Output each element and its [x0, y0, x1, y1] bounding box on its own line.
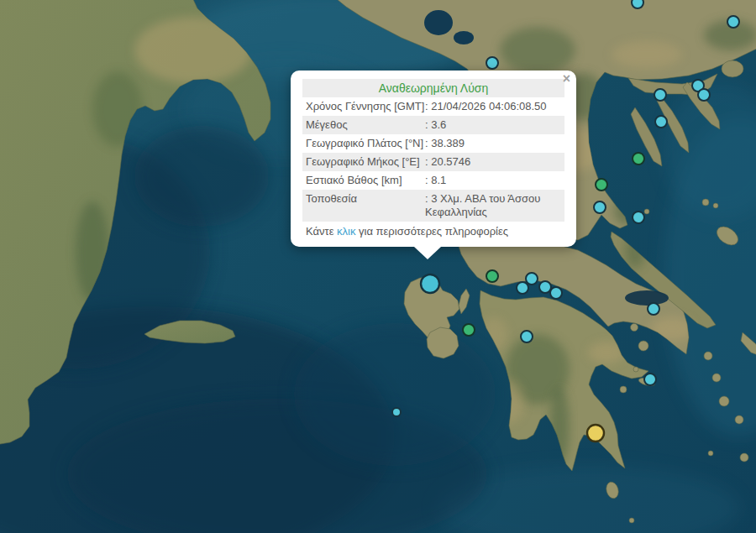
- earthquake-marker[interactable]: [550, 287, 562, 299]
- earthquake-marker[interactable]: [633, 212, 644, 223]
- earthquake-marker[interactable]: [421, 274, 439, 293]
- close-icon[interactable]: ×: [563, 72, 570, 86]
- row-value: : 38.389: [425, 137, 559, 150]
- earthquake-marker[interactable]: [655, 116, 667, 128]
- popup-row: Χρόνος Γέννησης [GMT]: 21/04/2026 04:06:…: [302, 97, 564, 116]
- earthquake-marker[interactable]: [486, 270, 498, 282]
- popup-row: Τοποθεσία: 3 Χλμ. ΑΒΑ του Άσσου Κεφαλλην…: [302, 190, 564, 222]
- row-value: : 8.1: [425, 174, 559, 187]
- popup-title: Αναθεωρημένη Λύση: [302, 79, 564, 97]
- earthquake-marker[interactable]: [392, 408, 401, 416]
- popup-row: Γεωγραφικό Πλάτος [°N]: 38.389: [302, 134, 564, 153]
- footer-text-prefix: Κάντε: [306, 225, 337, 238]
- popup-tail: [414, 247, 441, 259]
- earthquake-marker[interactable]: [539, 281, 551, 293]
- popup-rows: Χρόνος Γέννησης [GMT]: 21/04/2026 04:06:…: [302, 97, 564, 222]
- row-label: Μέγεθος: [306, 118, 425, 132]
- row-value: : 3 Χλμ. ΑΒΑ του Άσσου Κεφαλληνίας: [425, 192, 559, 219]
- earthquake-marker[interactable]: [633, 153, 644, 165]
- earthquake-marker[interactable]: [727, 16, 739, 28]
- row-value: : 3.6: [425, 118, 559, 132]
- row-label: Χρόνος Γέννησης [GMT]: [306, 100, 425, 113]
- earthquake-popup: × Αναθεωρημένη Λύση Χρόνος Γέννησης [GMT…: [291, 71, 576, 247]
- row-value: : 20.5746: [425, 155, 559, 169]
- row-value: : 21/04/2026 04:06:08.50: [425, 100, 559, 113]
- popup-row: Εστιακό Βάθος [km]: 8.1: [302, 171, 564, 190]
- earthquake-marker[interactable]: [648, 303, 659, 315]
- earthquake-marker[interactable]: [594, 201, 606, 213]
- more-info-link[interactable]: κλικ: [337, 225, 355, 238]
- earthquake-marker[interactable]: [654, 89, 666, 101]
- row-label: Εστιακό Βάθος [km]: [306, 174, 425, 187]
- earthquake-marker[interactable]: [632, 0, 643, 8]
- row-label: Γεωγραφικό Πλάτος [°N]: [306, 137, 425, 150]
- earthquake-marker[interactable]: [526, 273, 538, 285]
- earthquake-marker[interactable]: [486, 57, 498, 69]
- row-label: Γεωγραφικό Μήκος [°E]: [306, 155, 425, 169]
- footer-text-suffix: για περισσότερες πληροφορίες: [355, 225, 508, 238]
- earthquake-marker[interactable]: [596, 179, 607, 191]
- earthquake-marker[interactable]: [521, 331, 533, 342]
- row-label: Τοποθεσία: [306, 192, 425, 219]
- earthquake-marker[interactable]: [587, 425, 604, 442]
- popup-footer: Κάντε κλικ για περισσότερες πληροφορίες: [302, 222, 564, 240]
- map[interactable]: × Αναθεωρημένη Λύση Χρόνος Γέννησης [GMT…: [0, 0, 756, 533]
- popup-row: Μέγεθος: 3.6: [302, 116, 564, 134]
- popup-row: Γεωγραφικό Μήκος [°E]: 20.5746: [302, 153, 564, 171]
- earthquake-marker[interactable]: [698, 89, 710, 101]
- earthquake-marker[interactable]: [463, 324, 475, 336]
- earthquake-marker[interactable]: [517, 282, 528, 294]
- earthquake-marker[interactable]: [644, 374, 656, 385]
